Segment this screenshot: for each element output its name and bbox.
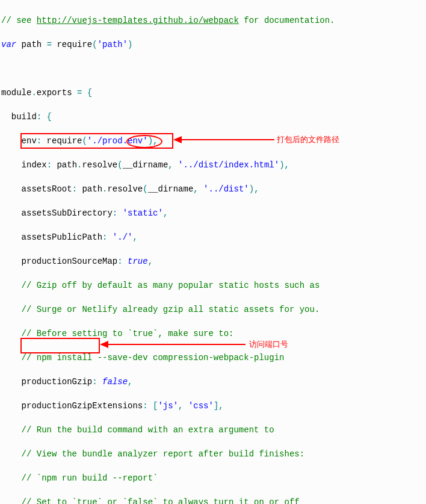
code-line: // Surge or Netlify already gzip all sta…: [1, 303, 425, 316]
code-line: // `npm run build --report`: [1, 472, 425, 484]
url-link[interactable]: http://vuejs-templates.github.io/webpack: [37, 16, 239, 25]
code-line: // Before setting to `true`, make sure t…: [1, 328, 425, 340]
code-line: // npm install --save-dev compression-we…: [1, 352, 425, 364]
code-line: build: {: [1, 111, 425, 123]
code-line: var path = require('path'): [1, 39, 425, 51]
code-line: productionGzipExtensions: ['js', 'css'],: [1, 400, 425, 412]
code-line: // Gzip off by default as many popular s…: [1, 279, 425, 291]
code-line: // Run the build command with an extra a…: [1, 424, 425, 436]
code-line: productionSourceMap: true,: [1, 255, 425, 267]
code-line: // Set to `true` or `false` to always tu…: [1, 496, 425, 504]
code-line: assetsSubDirectory: 'static',: [1, 207, 425, 219]
annotation-text: 打包后的文件路径: [277, 134, 339, 146]
code-line: assetsPublicPath: './',: [1, 231, 425, 243]
code-line: assetsRoot: path.resolve(__dirname, '../…: [1, 183, 425, 195]
annotation-text: 访问端口号: [249, 338, 288, 350]
code-line: module.exports = {: [1, 87, 425, 99]
code-block: // see http://vuejs-templates.github.io/…: [0, 0, 426, 504]
code-line: env: require('./prod.env'),: [1, 135, 425, 147]
code-line: // see http://vuejs-templates.github.io/…: [1, 14, 425, 26]
code-line: index: path.resolve(__dirname, '../dist/…: [1, 159, 425, 171]
code-line: productionGzip: false,: [1, 376, 425, 388]
code-line: // View the bundle analyzer report after…: [1, 448, 425, 460]
